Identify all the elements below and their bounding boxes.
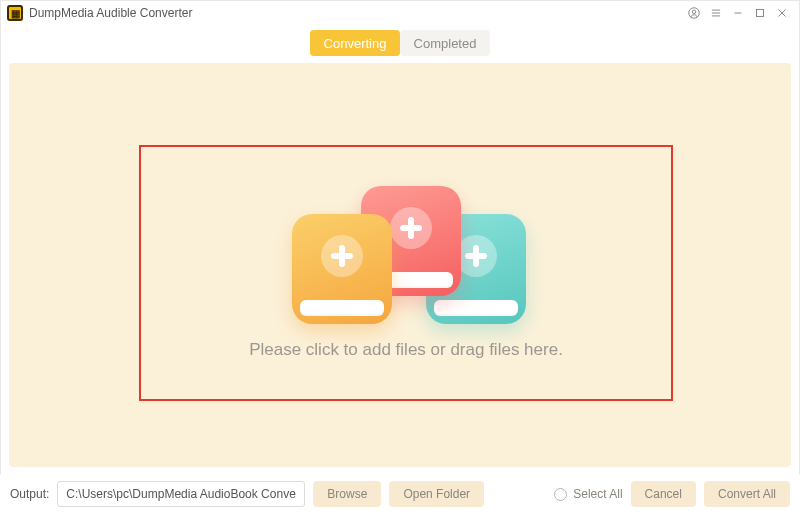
app-title: DumpMedia Audible Converter: [29, 6, 192, 20]
dropzone-hint: Please click to add files or drag files …: [249, 340, 563, 360]
close-button[interactable]: [771, 2, 793, 24]
dropzone-illustration: [276, 186, 536, 316]
app-logo: ▦: [7, 5, 23, 21]
bottom-bar: Output: Browse Open Folder Select All Ca…: [0, 474, 800, 514]
output-label: Output:: [10, 487, 49, 501]
cancel-button[interactable]: Cancel: [631, 481, 696, 507]
open-folder-button[interactable]: Open Folder: [389, 481, 484, 507]
convert-all-button[interactable]: Convert All: [704, 481, 790, 507]
svg-rect-6: [757, 10, 764, 17]
svg-point-1: [692, 10, 696, 14]
menu-icon[interactable]: [705, 2, 727, 24]
maximize-button[interactable]: [749, 2, 771, 24]
file-dropzone[interactable]: Please click to add files or drag files …: [139, 145, 673, 401]
radio-icon: [554, 488, 567, 501]
account-icon[interactable]: [683, 2, 705, 24]
browse-button[interactable]: Browse: [313, 481, 381, 507]
select-all-label: Select All: [573, 487, 622, 501]
minimize-button[interactable]: [727, 2, 749, 24]
tab-bar: Converting Completed: [1, 25, 799, 61]
book-orange-icon: [292, 214, 392, 324]
workspace: Please click to add files or drag files …: [9, 63, 791, 467]
title-bar: ▦ DumpMedia Audible Converter: [1, 1, 799, 25]
select-all-toggle[interactable]: Select All: [554, 487, 622, 501]
tab-completed[interactable]: Completed: [400, 30, 490, 56]
output-path-input[interactable]: [57, 481, 305, 507]
tab-converting[interactable]: Converting: [310, 30, 400, 56]
